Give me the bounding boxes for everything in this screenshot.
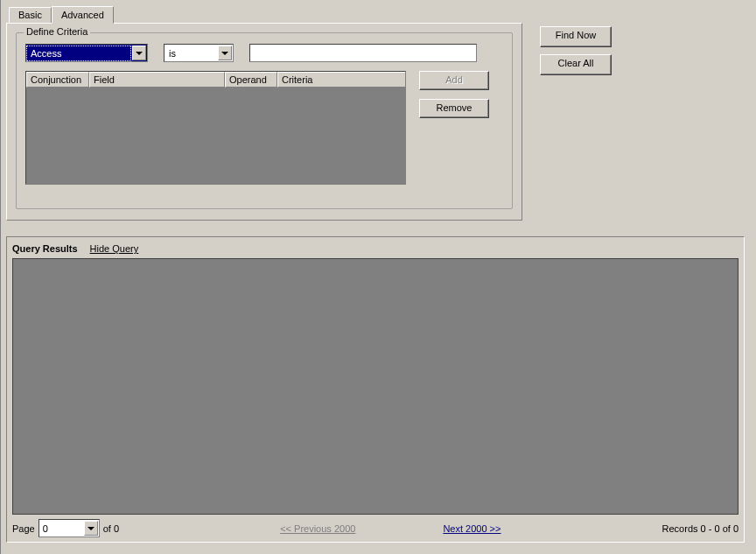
clear-all-button[interactable]: Clear All xyxy=(540,54,612,75)
criteria-table[interactable]: Conjunction Field Operand Criteria xyxy=(25,71,406,185)
hide-query-link[interactable]: Hide Query xyxy=(90,243,139,254)
find-now-button[interactable]: Find Now xyxy=(540,26,612,47)
field-combo-value: Access xyxy=(26,46,131,61)
field-combo[interactable]: Access xyxy=(25,44,148,62)
upper-section: Basic Advanced Define Criteria Access is xyxy=(6,5,751,221)
prev-page-link[interactable]: << Previous 2000 xyxy=(280,523,355,534)
tabs-row: Basic Advanced xyxy=(6,5,522,23)
remove-button[interactable]: Remove xyxy=(419,99,489,118)
page-combo-value: 0 xyxy=(39,522,83,536)
chevron-down-icon[interactable] xyxy=(84,521,98,536)
chevron-down-icon[interactable] xyxy=(218,46,232,60)
fieldset-legend: Define Criteria xyxy=(24,26,90,37)
next-page-link[interactable]: Next 2000 >> xyxy=(443,523,500,534)
operand-combo-value: is xyxy=(164,46,217,61)
criteria-table-header: Conjunction Field Operand Criteria xyxy=(26,72,405,88)
footer-left: Page 0 of 0 xyxy=(12,519,119,537)
results-panel: Query Results Hide Query Page 0 of 0 << … xyxy=(6,236,745,543)
right-buttons: Find Now Clear All xyxy=(540,26,612,75)
tab-basic[interactable]: Basic xyxy=(9,7,52,23)
col-criteria[interactable]: Criteria xyxy=(277,72,405,88)
page-label: Page xyxy=(12,523,35,534)
criteria-input[interactable] xyxy=(249,44,477,62)
criteria-table-wrap: Conjunction Field Operand Criteria Add R… xyxy=(25,71,503,185)
tab-content-advanced: Define Criteria Access is xyxy=(6,23,522,221)
define-criteria-fieldset: Define Criteria Access is xyxy=(16,32,513,209)
page-combo[interactable]: 0 xyxy=(38,519,100,537)
chevron-down-icon[interactable] xyxy=(132,46,146,60)
criteria-action-buttons: Add Remove xyxy=(419,71,489,118)
results-footer: Page 0 of 0 << Previous 2000 Next 2000 >… xyxy=(12,515,738,537)
of-label: of 0 xyxy=(103,523,119,534)
add-button[interactable]: Add xyxy=(419,71,489,90)
criteria-input-row: Access is xyxy=(25,44,503,62)
records-label: Records 0 - 0 of 0 xyxy=(662,523,738,534)
main-panel: Basic Advanced Define Criteria Access is xyxy=(0,0,756,554)
col-operand[interactable]: Operand xyxy=(225,72,277,88)
results-header: Query Results Hide Query xyxy=(12,242,738,256)
col-field[interactable]: Field xyxy=(89,72,225,88)
tab-advanced[interactable]: Advanced xyxy=(52,6,114,24)
col-conjunction[interactable]: Conjunction xyxy=(26,72,89,88)
tabs-container: Basic Advanced Define Criteria Access is xyxy=(6,5,522,221)
results-grid[interactable] xyxy=(12,258,738,515)
results-title: Query Results xyxy=(12,243,78,254)
operand-combo[interactable]: is xyxy=(164,44,234,62)
footer-center: << Previous 2000 Next 2000 >> xyxy=(119,523,662,534)
